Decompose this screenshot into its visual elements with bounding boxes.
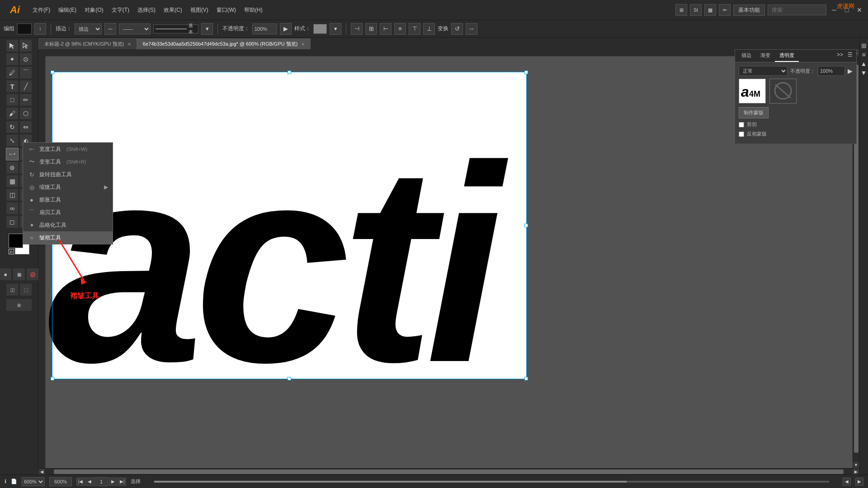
menu-edit[interactable]: 编辑(E) bbox=[55, 5, 80, 16]
h-scroll-thumb[interactable] bbox=[54, 469, 844, 474]
horizontal-scrollbar[interactable]: ◀ ▶ bbox=[38, 468, 859, 474]
opacity-prop-input[interactable] bbox=[818, 66, 845, 76]
gradient-mode-btn[interactable]: ▦ bbox=[13, 268, 25, 281]
arrange-icon-btn[interactable]: ⊞ bbox=[675, 4, 687, 16]
line-tool[interactable]: ╱ bbox=[19, 80, 32, 93]
props-tab-gradient[interactable]: 渐变 bbox=[756, 50, 775, 62]
distribute-btn[interactable]: ≡ bbox=[394, 23, 406, 35]
zoom-input[interactable] bbox=[49, 477, 72, 486]
style-swatch[interactable] bbox=[313, 24, 327, 34]
maximize-button[interactable]: □ bbox=[842, 5, 852, 15]
curvature-tool[interactable]: ⌒ bbox=[19, 66, 32, 79]
menu-view[interactable]: 视图(V) bbox=[187, 5, 212, 16]
minimize-button[interactable]: ─ bbox=[829, 5, 839, 15]
mask-thumbnail[interactable] bbox=[769, 79, 797, 103]
menu-select[interactable]: 选择(S) bbox=[134, 5, 159, 16]
rect-tool[interactable]: □ bbox=[6, 94, 19, 106]
fill-color-swatch[interactable] bbox=[17, 23, 32, 34]
flyout-wrinkle-tool[interactable]: ≈ 皱褶工具 bbox=[23, 231, 113, 244]
opacity-arrow[interactable]: ▶ bbox=[848, 67, 853, 75]
flyout-crystallize-tool[interactable]: ✦ 晶格化工具 bbox=[23, 219, 113, 231]
status-expand-btn[interactable]: ◀ bbox=[843, 478, 851, 486]
align-bottom-btn[interactable]: ⊥ bbox=[423, 23, 435, 35]
zoom-select[interactable]: 600% bbox=[22, 477, 45, 486]
invert-mask-checkbox[interactable] bbox=[739, 131, 744, 137]
blend-mode-select[interactable]: 正常 bbox=[739, 66, 788, 76]
next-page-btn[interactable]: ▶ bbox=[109, 478, 117, 486]
layer-thumbnail[interactable]: a 4M bbox=[739, 79, 766, 103]
flip-btn[interactable]: ↔ bbox=[466, 23, 477, 35]
basic-function-button[interactable]: 基本功能 bbox=[733, 5, 765, 16]
stroke-style-select[interactable]: —— bbox=[119, 23, 151, 34]
menu-help[interactable]: 帮助(H) bbox=[241, 5, 266, 16]
stroke-arrow[interactable]: ▾ bbox=[201, 23, 213, 35]
magic-wand-tool[interactable]: ✦ bbox=[6, 53, 19, 66]
props-tab-transparency[interactable]: 透明度 bbox=[775, 50, 799, 62]
layers-btn[interactable]: ⊞ bbox=[6, 299, 32, 311]
clip-checkbox[interactable] bbox=[739, 122, 744, 127]
tab-1[interactable]: 未标题-2 @ 98% (CMYK/GPU 预览) × bbox=[38, 38, 137, 49]
style-arrow[interactable]: ▾ bbox=[330, 23, 341, 35]
search-input[interactable] bbox=[768, 5, 826, 15]
menu-effect[interactable]: 效果(C) bbox=[160, 5, 186, 16]
column-graph-tool[interactable]: ▦ bbox=[6, 175, 19, 188]
screen-mode-btn[interactable]: ⬚ bbox=[19, 283, 32, 296]
close-button[interactable]: ✕ bbox=[854, 5, 864, 15]
grid-icon-btn[interactable]: ▦ bbox=[704, 4, 716, 16]
stroke-toggle[interactable]: ↕ bbox=[34, 23, 46, 35]
opacity-play[interactable]: ▶ bbox=[280, 23, 292, 35]
type-tool[interactable]: T bbox=[6, 80, 19, 93]
page-input[interactable] bbox=[94, 477, 108, 486]
menu-file[interactable]: 文件(F) bbox=[29, 5, 54, 16]
fill-color-swatch[interactable] bbox=[9, 234, 23, 248]
make-mask-button[interactable]: 制作蒙版 bbox=[739, 107, 769, 118]
last-page-btn[interactable]: ▶| bbox=[118, 478, 126, 486]
props-expand-btn[interactable]: >> bbox=[835, 50, 845, 62]
no-paint-btn[interactable]: ⊘ bbox=[26, 268, 39, 281]
menu-object[interactable]: 对象(O) bbox=[81, 5, 107, 16]
status-collapse-btn[interactable]: ▶ bbox=[855, 478, 863, 486]
scroll-down-btn[interactable]: ▼ bbox=[853, 462, 859, 468]
props-menu-btn[interactable]: ☰ bbox=[846, 50, 854, 62]
menu-window[interactable]: 窗口(W) bbox=[213, 5, 240, 16]
right-icon-1[interactable]: ⊞ bbox=[861, 42, 867, 49]
menu-text[interactable]: 文字(T) bbox=[108, 5, 133, 16]
right-icon-3[interactable]: ▲ bbox=[861, 60, 867, 67]
align-top-btn[interactable]: ⊤ bbox=[409, 23, 420, 35]
pencil-tool[interactable]: ✏ bbox=[19, 94, 32, 106]
tab-2[interactable]: 6e74b33e53d0aa5d5256b47d49dc53a.jpg* @ 6… bbox=[137, 38, 311, 49]
transform-btn[interactable]: ↺ bbox=[451, 23, 463, 35]
flyout-width-tool[interactable]: ⟜ 宽度工具 (Shift+W) bbox=[23, 143, 113, 155]
scroll-left-btn[interactable]: ◀ bbox=[38, 469, 45, 475]
right-icon-2[interactable]: ≡ bbox=[862, 51, 865, 58]
flyout-scallop-tool[interactable]: ⌒ 扇贝工具 bbox=[23, 206, 113, 219]
stroke-type-select[interactable]: 描边 bbox=[75, 23, 102, 34]
paintbrush-tool[interactable]: 🖌 bbox=[6, 107, 19, 120]
prev-page-btn[interactable]: ◀ bbox=[85, 478, 94, 486]
flyout-twirl-tool[interactable]: ↻ 旋转扭曲工具 bbox=[23, 168, 113, 181]
align-left-btn[interactable]: ⊣ bbox=[351, 23, 363, 35]
rotate-tool[interactable]: ↻ bbox=[6, 121, 19, 133]
symbol-tool[interactable]: ⊛ bbox=[6, 161, 19, 174]
warp-tool-group[interactable]: ⟜▾ bbox=[6, 148, 19, 160]
default-colors-btn[interactable]: D bbox=[9, 249, 14, 254]
color-mode-btn[interactable]: ■ bbox=[0, 268, 12, 281]
gradient-tool[interactable]: ◫ bbox=[6, 188, 19, 201]
brush-icon-btn[interactable]: ✏ bbox=[719, 4, 731, 16]
blend-tool[interactable]: ∞ bbox=[6, 202, 19, 215]
stroke-icon[interactable]: ─ bbox=[104, 23, 116, 35]
opacity-input[interactable] bbox=[252, 23, 277, 34]
align-center-btn[interactable]: ⊞ bbox=[365, 23, 377, 35]
lasso-tool[interactable]: ⊙ bbox=[19, 53, 32, 66]
flyout-warp-tool[interactable]: 〜 变形工具 (Shift+R) bbox=[23, 155, 113, 168]
selection-tool[interactable] bbox=[6, 39, 19, 52]
reflect-tool[interactable]: ⇔ bbox=[19, 121, 32, 133]
scroll-right-btn[interactable]: ▶ bbox=[853, 469, 859, 475]
tab-2-close[interactable]: × bbox=[301, 41, 305, 47]
tab-1-close[interactable]: × bbox=[127, 41, 131, 47]
flyout-bloat-tool[interactable]: ● 膨胀工具 bbox=[23, 193, 113, 206]
view-mode-btn[interactable]: ◫ bbox=[6, 283, 19, 296]
align-right-btn[interactable]: ⊢ bbox=[380, 23, 392, 35]
blob-brush-tool[interactable]: ⬡ bbox=[19, 107, 32, 120]
flyout-pucker-tool[interactable]: ◎ 缩拢工具 ▶ bbox=[23, 181, 113, 193]
